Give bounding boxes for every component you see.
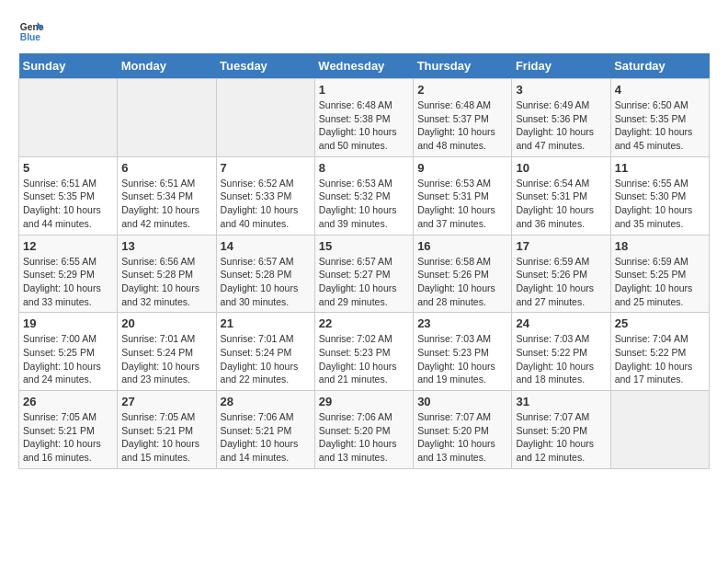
day-info: Sunrise: 6:48 AM Sunset: 5:38 PM Dayligh… <box>319 98 409 153</box>
calendar-cell: 21Sunrise: 7:01 AM Sunset: 5:24 PM Dayli… <box>216 313 314 391</box>
calendar-cell: 24Sunrise: 7:03 AM Sunset: 5:22 PM Dayli… <box>512 313 610 391</box>
calendar-cell: 13Sunrise: 6:56 AM Sunset: 5:28 PM Dayli… <box>118 235 216 313</box>
calendar-cell: 29Sunrise: 7:06 AM Sunset: 5:20 PM Dayli… <box>314 391 413 469</box>
calendar-cell: 28Sunrise: 7:06 AM Sunset: 5:21 PM Dayli… <box>216 391 314 469</box>
calendar-cell: 20Sunrise: 7:01 AM Sunset: 5:24 PM Dayli… <box>118 313 216 391</box>
week-row-4: 19Sunrise: 7:00 AM Sunset: 5:25 PM Dayli… <box>19 313 710 391</box>
day-info: Sunrise: 7:01 AM Sunset: 5:24 PM Dayligh… <box>221 332 311 386</box>
svg-text:Blue: Blue <box>20 32 41 42</box>
day-info: Sunrise: 6:51 AM Sunset: 5:34 PM Dayligh… <box>121 177 211 231</box>
calendar-cell: 12Sunrise: 6:55 AM Sunset: 5:29 PM Dayli… <box>19 235 118 313</box>
day-number: 22 <box>319 316 409 330</box>
weekday-header-tuesday: Tuesday <box>216 53 314 79</box>
day-info: Sunrise: 7:07 AM Sunset: 5:20 PM Dayligh… <box>516 410 606 465</box>
day-number: 7 <box>221 161 311 175</box>
calendar-cell: 1Sunrise: 6:48 AM Sunset: 5:38 PM Daylig… <box>314 79 413 157</box>
day-number: 13 <box>121 239 211 253</box>
day-info: Sunrise: 6:50 AM Sunset: 5:35 PM Dayligh… <box>615 98 705 153</box>
day-number: 28 <box>221 395 311 408</box>
day-number: 5 <box>23 161 113 175</box>
calendar-cell: 17Sunrise: 6:59 AM Sunset: 5:26 PM Dayli… <box>512 235 610 313</box>
day-info: Sunrise: 6:56 AM Sunset: 5:28 PM Dayligh… <box>121 255 211 309</box>
day-info: Sunrise: 6:59 AM Sunset: 5:25 PM Dayligh… <box>615 255 705 309</box>
calendar-cell: 19Sunrise: 7:00 AM Sunset: 5:25 PM Dayli… <box>19 313 118 391</box>
day-number: 27 <box>121 395 211 408</box>
day-number: 25 <box>615 316 705 330</box>
day-info: Sunrise: 6:58 AM Sunset: 5:26 PM Dayligh… <box>417 255 507 309</box>
calendar-cell: 5Sunrise: 6:51 AM Sunset: 5:35 PM Daylig… <box>19 156 118 235</box>
calendar-cell: 10Sunrise: 6:54 AM Sunset: 5:31 PM Dayli… <box>512 156 610 235</box>
calendar-cell: 22Sunrise: 7:02 AM Sunset: 5:23 PM Dayli… <box>314 313 413 391</box>
week-row-3: 12Sunrise: 6:55 AM Sunset: 5:29 PM Dayli… <box>19 235 710 313</box>
calendar-cell: 11Sunrise: 6:55 AM Sunset: 5:30 PM Dayli… <box>610 156 709 235</box>
weekday-header-thursday: Thursday <box>414 53 512 79</box>
day-number: 19 <box>23 316 113 330</box>
day-info: Sunrise: 7:03 AM Sunset: 5:23 PM Dayligh… <box>417 332 507 386</box>
calendar-cell: 8Sunrise: 6:53 AM Sunset: 5:32 PM Daylig… <box>314 156 413 235</box>
day-info: Sunrise: 6:49 AM Sunset: 5:36 PM Dayligh… <box>516 98 606 153</box>
week-row-2: 5Sunrise: 6:51 AM Sunset: 5:35 PM Daylig… <box>19 156 710 235</box>
day-number: 15 <box>319 239 409 253</box>
day-number: 23 <box>417 316 507 330</box>
calendar-cell <box>19 79 118 157</box>
calendar-cell: 14Sunrise: 6:57 AM Sunset: 5:28 PM Dayli… <box>216 235 314 313</box>
calendar-cell: 9Sunrise: 6:53 AM Sunset: 5:31 PM Daylig… <box>414 156 512 235</box>
day-number: 2 <box>417 83 507 97</box>
calendar-table: SundayMondayTuesdayWednesdayThursdayFrid… <box>18 53 710 469</box>
calendar-cell: 31Sunrise: 7:07 AM Sunset: 5:20 PM Dayli… <box>512 391 610 469</box>
day-info: Sunrise: 6:59 AM Sunset: 5:26 PM Dayligh… <box>516 255 606 309</box>
calendar-cell: 27Sunrise: 7:05 AM Sunset: 5:21 PM Dayli… <box>118 391 216 469</box>
day-info: Sunrise: 6:48 AM Sunset: 5:37 PM Dayligh… <box>417 98 507 153</box>
calendar-cell: 4Sunrise: 6:50 AM Sunset: 5:35 PM Daylig… <box>610 79 709 157</box>
day-number: 12 <box>23 239 113 253</box>
day-info: Sunrise: 6:57 AM Sunset: 5:28 PM Dayligh… <box>221 255 311 309</box>
logo: General Blue <box>18 18 48 44</box>
day-info: Sunrise: 7:04 AM Sunset: 5:22 PM Dayligh… <box>615 332 705 386</box>
day-number: 8 <box>319 161 409 175</box>
calendar-header: SundayMondayTuesdayWednesdayThursdayFrid… <box>19 53 710 79</box>
calendar-cell: 15Sunrise: 6:57 AM Sunset: 5:27 PM Dayli… <box>314 235 413 313</box>
calendar-body: 1Sunrise: 6:48 AM Sunset: 5:38 PM Daylig… <box>19 79 710 469</box>
day-number: 20 <box>121 316 211 330</box>
day-info: Sunrise: 6:55 AM Sunset: 5:29 PM Dayligh… <box>23 255 113 309</box>
day-info: Sunrise: 7:07 AM Sunset: 5:20 PM Dayligh… <box>417 410 507 465</box>
day-number: 29 <box>319 395 409 408</box>
day-info: Sunrise: 6:52 AM Sunset: 5:33 PM Dayligh… <box>221 177 311 231</box>
day-number: 6 <box>121 161 211 175</box>
calendar-cell: 7Sunrise: 6:52 AM Sunset: 5:33 PM Daylig… <box>216 156 314 235</box>
day-info: Sunrise: 7:06 AM Sunset: 5:20 PM Dayligh… <box>319 410 409 465</box>
day-number: 10 <box>516 161 606 175</box>
day-info: Sunrise: 7:05 AM Sunset: 5:21 PM Dayligh… <box>23 410 113 465</box>
page-header: General Blue <box>18 18 710 44</box>
calendar-cell: 18Sunrise: 6:59 AM Sunset: 5:25 PM Dayli… <box>610 235 709 313</box>
day-number: 4 <box>615 83 705 97</box>
day-info: Sunrise: 7:05 AM Sunset: 5:21 PM Dayligh… <box>121 410 211 465</box>
day-info: Sunrise: 7:01 AM Sunset: 5:24 PM Dayligh… <box>121 332 211 386</box>
day-number: 9 <box>417 161 507 175</box>
day-info: Sunrise: 7:03 AM Sunset: 5:22 PM Dayligh… <box>516 332 606 386</box>
calendar-cell: 30Sunrise: 7:07 AM Sunset: 5:20 PM Dayli… <box>414 391 512 469</box>
day-info: Sunrise: 6:53 AM Sunset: 5:32 PM Dayligh… <box>319 177 409 231</box>
day-number: 3 <box>516 83 606 97</box>
day-info: Sunrise: 7:00 AM Sunset: 5:25 PM Dayligh… <box>23 332 113 386</box>
day-number: 17 <box>516 239 606 253</box>
day-info: Sunrise: 6:53 AM Sunset: 5:31 PM Dayligh… <box>417 177 507 231</box>
day-number: 11 <box>615 161 705 175</box>
calendar-cell: 23Sunrise: 7:03 AM Sunset: 5:23 PM Dayli… <box>414 313 512 391</box>
day-number: 30 <box>417 395 507 408</box>
week-row-5: 26Sunrise: 7:05 AM Sunset: 5:21 PM Dayli… <box>19 391 710 469</box>
day-number: 31 <box>516 395 606 408</box>
day-info: Sunrise: 7:02 AM Sunset: 5:23 PM Dayligh… <box>319 332 409 386</box>
calendar-cell: 2Sunrise: 6:48 AM Sunset: 5:37 PM Daylig… <box>414 79 512 157</box>
day-info: Sunrise: 7:06 AM Sunset: 5:21 PM Dayligh… <box>221 410 311 465</box>
calendar-cell <box>610 391 709 469</box>
weekday-header-sunday: Sunday <box>19 53 118 79</box>
calendar-cell: 6Sunrise: 6:51 AM Sunset: 5:34 PM Daylig… <box>118 156 216 235</box>
calendar-cell: 26Sunrise: 7:05 AM Sunset: 5:21 PM Dayli… <box>19 391 118 469</box>
day-number: 24 <box>516 316 606 330</box>
logo-icon: General Blue <box>18 18 44 44</box>
day-number: 26 <box>23 395 113 408</box>
weekday-header-row: SundayMondayTuesdayWednesdayThursdayFrid… <box>19 53 710 79</box>
weekday-header-monday: Monday <box>118 53 216 79</box>
weekday-header-wednesday: Wednesday <box>314 53 413 79</box>
